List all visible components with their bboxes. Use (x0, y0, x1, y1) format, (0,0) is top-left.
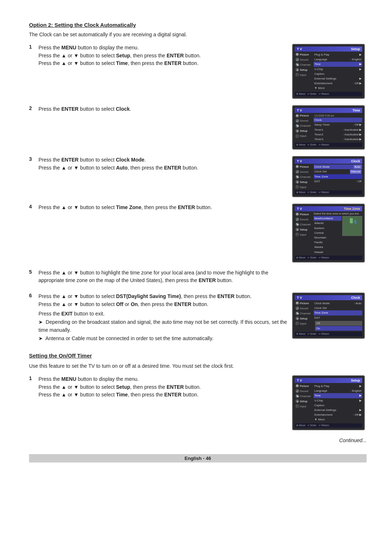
step5-row: 5 Press the ▲ or ▼ button to highlight t… (29, 269, 367, 286)
section2-title: Setting the On/Off Timer (29, 352, 367, 359)
step4-row: 4 Press the ▲ or ▼ button to select Time… (29, 204, 367, 262)
step6-note1: ➤ Depending on the broadcast station and… (38, 318, 287, 334)
step2-number: 2 (29, 105, 35, 113)
step6-exit: Press the EXIT button to exit. (38, 310, 287, 318)
step3-text: 3 Press the ENTER button to select Clock… (29, 156, 287, 173)
section1-title: Option 2: Setting the Clock Automaticall… (29, 22, 367, 28)
step5-text: 5 Press the ▲ or ▼ button to highlight t… (29, 269, 287, 286)
step2-text: 2 Press the ENTER button to select Clock… (29, 105, 287, 115)
step4-text: 4 Press the ▲ or ▼ button to select Time… (29, 204, 287, 213)
step1-text: 1 Press the MENU button to display the m… (29, 44, 287, 69)
step4-number: 4 (29, 204, 35, 212)
step7-text: 1 Press the MENU button to display the m… (29, 375, 287, 400)
step3-content: Press the ENTER button to select Clock M… (38, 156, 198, 172)
step1-screen: T V Setup 🖼Picture 🔊Sound 📡Channel ⚙Setu… (292, 44, 367, 99)
step5-number: 5 (29, 269, 35, 285)
step7-content: Press the MENU button to display the men… (38, 375, 201, 399)
step2-screen: T V Time 🖼Picture 🔊Sound 📡Channel ⚙Setup… (292, 105, 367, 150)
step2-content: Press the ENTER button to select Clock. (38, 105, 131, 113)
step3-row: 3 Press the ENTER button to select Clock… (29, 156, 367, 197)
step6-row: 6 Press the ▲ or ▼ button to select DST(… (29, 293, 367, 342)
section2-intro: Use this feature to set the TV to turn o… (29, 363, 367, 369)
step6-text: 6 Press the ▲ or ▼ button to select DST(… (29, 293, 287, 342)
step2-row: 2 Press the ENTER button to select Clock… (29, 105, 367, 150)
step4-screen: T V Time Zone 🖼Picture 🔊Sound 📡Channel ⚙… (292, 204, 367, 262)
step6-note2: ➤ Antenna or Cable must be connected in … (38, 334, 287, 342)
page-container: Option 2: Setting the Clock Automaticall… (29, 22, 367, 462)
step7-screen: T V Setup 🖼Picture 🔊Sound 📡Channel ⚙Setu… (292, 375, 367, 430)
step3-number: 3 (29, 156, 35, 172)
step6-content: Press the ▲ or ▼ button to select DST(Da… (38, 293, 252, 308)
step5-content: Press the ▲ or ▼ button to highlight the… (38, 269, 287, 285)
continued-text: Continued... (29, 437, 367, 443)
footer-bar: English - 46 (29, 454, 367, 462)
step1-number: 1 (29, 44, 35, 68)
step3-screen: T V Clock 🖼Picture 🔊Sound 📡Channel ⚙Setu… (292, 156, 367, 197)
step1-row: 1 Press the MENU button to display the m… (29, 44, 367, 99)
step1-content: Press the MENU button to display the men… (38, 44, 201, 68)
step7-row: 1 Press the MENU button to display the m… (29, 375, 367, 430)
step7-number: 1 (29, 375, 35, 399)
section1-intro: The Clock can be set automatically if yo… (29, 32, 367, 37)
step6-number: 6 (29, 293, 35, 308)
step6-screen: T V Clock 🖼Picture 🔊Sound 📡Channel ⚙Setu… (292, 293, 367, 339)
step4-content: Press the ▲ or ▼ button to select Time Z… (38, 204, 212, 212)
